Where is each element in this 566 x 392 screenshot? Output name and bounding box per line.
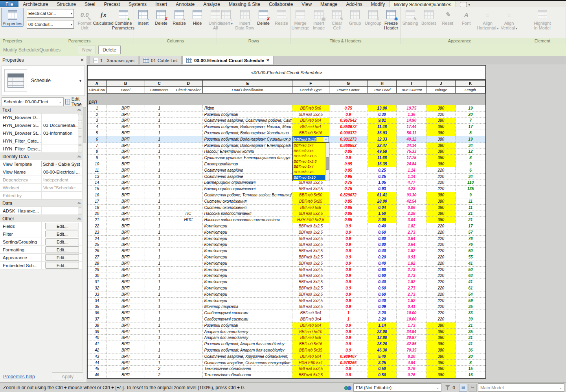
cell-K-row-5[interactable]: 8 [456,130,485,136]
cell-G-row-14[interactable]: 0.75 [329,180,368,186]
cell-K-row-13[interactable]: 34 [456,174,485,180]
cell-F-row-43[interactable]: ВВГнгд 5х4 [292,354,329,360]
cell-F-row-6[interactable]: ВВГнгд 5х10▾ВВГнгд 3х4ВВГнгд 3х6ВВГнгд 5… [292,136,329,143]
insert-data-row-button[interactable]: ↓InsertData Row [235,8,254,31]
cell-G-row-10[interactable]: 0.95 [329,161,368,167]
cell-I-row-9[interactable]: 17.75 [397,155,426,161]
delete-column-button[interactable]: ✗Delete [152,8,170,26]
cell-E-row-37[interactable]: Слабострумні системи [203,316,292,322]
cell-I-row-11[interactable]: 1.14 [397,167,426,174]
filter-icon[interactable] [445,385,450,390]
cell-A-row-24[interactable]: 24 [88,236,107,242]
cell-C-row-41[interactable]: 1 [145,341,174,347]
property-value-hyn-browser-d[interactable] [41,114,77,121]
cell-D-row-40[interactable] [174,335,203,341]
cell-I-row-13[interactable]: 1.14 [397,174,426,180]
cell-E-row-35[interactable]: Монітор пацієнта [203,304,292,310]
cell-A-row-41[interactable]: 41 [88,341,107,347]
cell-D-row-17[interactable] [174,198,203,205]
cell-E-row-18[interactable]: Системи охолодження [203,205,292,211]
cell-K-row-24[interactable]: 76 [456,236,485,242]
type-selector[interactable]: Schedule ▾ [2,65,85,96]
cell-E-row-11[interactable]: Освітлення аварійне [203,167,292,174]
cell-G-row-40[interactable]: 0.9 [329,335,368,341]
delete-button[interactable]: Delete [98,46,121,54]
cell-H-row-20[interactable]: 1.50 [368,211,397,217]
cell-H-row-42[interactable]: 46.30 [368,347,397,354]
cell-A-row-42[interactable]: 42 [88,347,107,354]
cell-H-row-14[interactable]: 1.05 [368,180,397,186]
cell-F-row-30[interactable]: ВВГнгд 3х2,5 [292,273,329,279]
cell-A-row-37[interactable]: 37 [88,316,107,322]
cell-D-row-9[interactable] [174,155,203,161]
cell-D-row-28[interactable] [174,260,203,267]
cell-E-row-30[interactable]: Комп'ютери [203,273,292,279]
cell-E-row-2[interactable]: Розетки побутові [203,112,292,118]
cell-E-row-29[interactable]: Комп'ютери [203,267,292,273]
cell-C-row-7[interactable]: 1 [145,143,174,149]
font-button[interactable]: AFont [457,8,475,26]
cell-J-row-17[interactable]: 380 [426,198,456,205]
cell-E-row-39[interactable]: Апарат для гемодіалізу [203,329,292,335]
cell-K-row-7[interactable]: 34 [456,143,485,149]
cell-I-row-20[interactable]: 2.28 [397,211,426,217]
cell-H-row-22[interactable]: 0.40 [368,223,397,229]
cell-D-row-15[interactable] [174,186,203,192]
column-name-length[interactable]: Length [456,87,485,93]
cell-J-row-36[interactable]: 220 [426,310,456,316]
cell-E-row-24[interactable]: Комп'ютери [203,236,292,242]
cell-G-row-29[interactable]: 0.9 [329,267,368,273]
cell-J-row-4[interactable]: 380 [426,124,456,130]
cell-E-row-21[interactable]: Насосна водопостачання пожежогасіння [203,217,292,223]
cell-C-row-38[interactable]: 1 [145,322,174,329]
section-header-text[interactable]: Text∧∧ [0,106,83,114]
cell-I-row-1[interactable]: 19.75 [397,105,426,112]
borders-button[interactable]: Borders [420,8,438,26]
property-more-button[interactable] [78,207,82,214]
cell-C-row-8[interactable]: 1 [145,149,174,155]
cell-G-row-1[interactable]: 0.75 [329,105,368,112]
cell-G-row-41[interactable]: 0.9 [329,341,368,347]
cell-C-row-21[interactable]: 1 [145,217,174,223]
cell-F-row-18[interactable]: ВВГнгд 5х6 [292,205,329,211]
type-instance-dropdown[interactable]: Schedule: 00-00-Elect ⌄ [2,97,64,106]
column-name-true-current[interactable]: True Current [397,87,426,93]
cell-E-row-4[interactable]: Розетки побутові; Водонагрівач; Насоси; … [203,124,292,130]
cell-H-row-28[interactable]: 0.40 [368,260,397,267]
cell-I-row-43[interactable]: 8.20 [397,354,426,360]
cell-K-row-18[interactable]: 11 [456,205,485,211]
cell-C-row-5[interactable]: 1 [145,130,174,136]
cell-K-row-39[interactable]: 35 [456,329,485,335]
cell-B-row-23[interactable]: ВРП [107,229,145,236]
column-letter-G[interactable]: G [329,81,368,87]
cell-G-row-31[interactable]: 0.9 [329,279,368,285]
apply-button[interactable]: Apply [52,372,83,381]
cell-J-row-18[interactable]: 380 [426,205,456,211]
cell-B-row-28[interactable]: ВРП [107,260,145,267]
cell-G-row-16[interactable]: 0.829072 [329,192,368,198]
cell-J-row-28[interactable]: 220 [426,260,456,267]
cell-D-row-4[interactable] [174,124,203,130]
conduit-type-combobox[interactable]: ВВГнгд 5х10▾ [292,136,329,142]
cell-H-row-25[interactable]: 0.80 [368,242,397,248]
cell-J-row-9[interactable]: 380 [426,155,456,161]
cell-C-row-46[interactable]: 2 [145,372,174,378]
cell-E-row-13[interactable]: Освітлення аварійне [203,174,292,180]
cell-G-row-28[interactable]: 0.9 [329,260,368,267]
cell-I-row-30[interactable]: 2.73 [397,273,426,279]
cell-F-row-32[interactable]: ВВГнгд 3х2,5 [292,285,329,291]
cell-F-row-26[interactable]: ВВГнгд 3х2,5 [292,248,329,254]
cell-H-row-8[interactable]: 49.58 [368,149,397,155]
cell-E-row-36[interactable]: Слабострумні системи [203,310,292,316]
cell-E-row-42[interactable]: Розетки побутові; Апарат для гемодіалізу [203,347,292,354]
cell-J-row-43[interactable]: 380 [426,354,456,360]
hide-column-button[interactable]: Hide [188,8,206,26]
format-unit-button[interactable]: 0.0✎FormatUnit [75,8,94,31]
cell-A-row-39[interactable]: 39 [88,329,107,335]
cell-E-row-46[interactable]: Технологічне обладнання [203,372,292,378]
cell-H-row-17[interactable]: 28.00 [368,198,397,205]
cell-C-row-11[interactable]: 1 [145,167,174,174]
cell-B-row-1[interactable]: ВРП [107,105,145,112]
cell-H-row-23[interactable]: 0.60 [368,229,397,236]
cell-F-row-22[interactable]: ВВГнгд 3х2,5 [292,223,329,229]
